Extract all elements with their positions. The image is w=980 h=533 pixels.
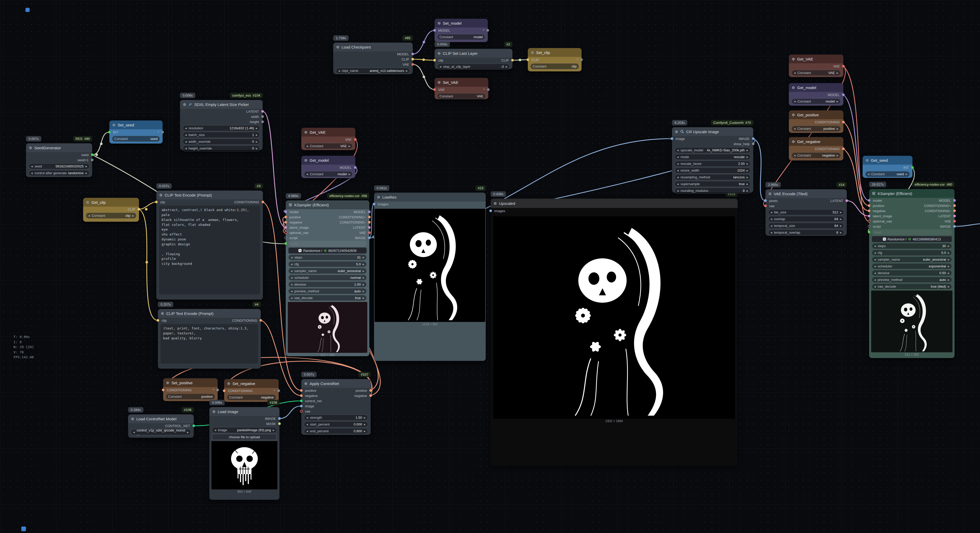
control-net-input-port[interactable] bbox=[300, 400, 302, 402]
star-output-port[interactable] bbox=[487, 88, 490, 91]
node-header[interactable]: Get_clip bbox=[83, 198, 139, 207]
star-output-port[interactable] bbox=[161, 131, 164, 133]
resampling-method-widget[interactable]: resampling_methodlanczos bbox=[675, 174, 751, 180]
collapse-icon[interactable] bbox=[304, 131, 307, 134]
conditioning-output-port[interactable] bbox=[842, 121, 845, 123]
constant-widget[interactable]: Constantnegative bbox=[227, 394, 276, 400]
node-header[interactable]: Get_VAE bbox=[301, 128, 355, 136]
node-set-seed[interactable]: Set_seed INT* Constantseed bbox=[109, 121, 162, 144]
negative-input-port[interactable] bbox=[285, 221, 287, 224]
star-output-port[interactable] bbox=[277, 389, 280, 392]
seed-widget[interactable]: seed bbox=[288, 241, 367, 247]
constant-widget[interactable]: Constantclip bbox=[530, 63, 579, 69]
node-get-seed[interactable]: Get_seed INT Constantseed bbox=[862, 156, 912, 178]
model-output-port[interactable] bbox=[368, 211, 371, 213]
image-output-port[interactable] bbox=[752, 137, 754, 140]
tile-size-widget[interactable]: tile_size512 bbox=[768, 209, 844, 215]
randomize-button[interactable]: Randomize /♻882671240542608 bbox=[288, 247, 367, 254]
vae-output-port[interactable] bbox=[368, 231, 371, 234]
clip-output-port[interactable] bbox=[138, 208, 140, 211]
node-header[interactable]: Get_model bbox=[301, 156, 355, 165]
node-header[interactable]: VAE Encode (Tiled) bbox=[765, 189, 847, 198]
node-load-controlnet[interactable]: 0.284s #106 Load ControlNet Model CONTRO… bbox=[128, 414, 194, 438]
resolution-widget[interactable]: resolution1216x832 (1.46) bbox=[183, 125, 260, 131]
constant-widget[interactable]: Constantmodel bbox=[304, 171, 353, 177]
constant-widget[interactable]: Constantmodel bbox=[437, 34, 485, 40]
collapse-icon[interactable] bbox=[377, 196, 380, 198]
conditioning-output-port[interactable] bbox=[842, 148, 845, 150]
collapse-icon[interactable] bbox=[166, 381, 169, 384]
collapse-icon[interactable] bbox=[792, 58, 795, 60]
seed-input-port[interactable] bbox=[868, 231, 870, 233]
node-cr-upscale-image[interactable]: 6.203s Comfyroll_CustomN#70 CR Upscale I… bbox=[672, 127, 753, 193]
node-header[interactable]: Get_negative bbox=[789, 137, 843, 146]
conditioning-plus-output-port[interactable] bbox=[368, 216, 371, 218]
collapse-icon[interactable] bbox=[183, 103, 186, 106]
constant-widget[interactable]: Constantmodel bbox=[791, 98, 841, 105]
node-seed-generator[interactable]: 0.007s RES#90 SeedGenerator seed seed+1 … bbox=[26, 143, 92, 177]
choose-file-button[interactable]: choose file to upload bbox=[212, 434, 277, 440]
preview-method-widget[interactable]: preview_methodauto bbox=[288, 288, 367, 294]
clip-output-port[interactable] bbox=[511, 59, 514, 62]
vae-output-port[interactable] bbox=[354, 138, 356, 141]
node-sdxl-latent-size-picker[interactable]: 0.006s comfyui_ess#104 SDXL Empty Latent… bbox=[180, 100, 262, 150]
node-header[interactable]: KSampler (Efficient) bbox=[286, 200, 369, 209]
node-get-vae-mid[interactable]: Get_VAE VAE ConstantVAE bbox=[301, 128, 355, 150]
collapse-icon[interactable] bbox=[86, 201, 89, 204]
node-set-model[interactable]: Set_model MODEL* Constantmodel bbox=[434, 19, 488, 42]
node-set-clip[interactable]: Set_clip CLIP* Constantclip bbox=[528, 48, 582, 71]
node-clip-text-encode-positive[interactable]: 0.037s #3 CLIP Text Encode (Prompt) clip… bbox=[156, 190, 263, 300]
node-header[interactable]: SeedGenerator bbox=[26, 143, 92, 152]
conditioning-minus-output-port[interactable] bbox=[953, 209, 956, 212]
collapse-icon[interactable] bbox=[438, 22, 441, 25]
constant-widget[interactable]: ConstantVAE bbox=[791, 70, 841, 76]
conditioning-input-port[interactable] bbox=[162, 389, 164, 391]
mode-widget[interactable]: moderescale bbox=[675, 154, 751, 160]
height-output-port[interactable] bbox=[261, 121, 264, 123]
collapse-icon[interactable] bbox=[494, 202, 496, 205]
constant-widget[interactable]: Constantnegative bbox=[791, 152, 841, 159]
prompt-textarea[interactable]: abstract, contrast,( black and white:1.2… bbox=[159, 206, 260, 294]
width-output-port[interactable] bbox=[261, 115, 264, 118]
model-input-port[interactable] bbox=[285, 211, 287, 213]
collapse-icon[interactable] bbox=[792, 113, 795, 116]
negative-output-port[interactable] bbox=[369, 394, 372, 397]
node-header[interactable]: LowRes bbox=[374, 193, 486, 201]
clip-input-port[interactable] bbox=[155, 201, 158, 203]
latent-output-port[interactable] bbox=[953, 215, 956, 217]
node-set-vae[interactable]: Set_VAE VAE* ConstantVAE bbox=[434, 78, 488, 99]
corner-menu-icon[interactable] bbox=[21, 527, 26, 531]
collapse-icon[interactable] bbox=[161, 312, 164, 315]
sampler-name-widget[interactable]: sampler_nameeuler_ancestral bbox=[872, 257, 952, 262]
int-input-port[interactable] bbox=[108, 131, 111, 133]
conditioning-plus-output-port[interactable] bbox=[953, 204, 956, 207]
vae-input-port[interactable] bbox=[764, 205, 767, 207]
constant-widget[interactable]: ConstantVAE bbox=[304, 143, 353, 149]
node-clip-text-encode-negative[interactable]: 0.207s #4 CLIP Text Encode (Prompt) clip… bbox=[158, 309, 261, 369]
node-header[interactable]: Load ControlNet Model bbox=[128, 414, 194, 423]
images-input-port[interactable] bbox=[373, 203, 375, 205]
collapse-icon[interactable] bbox=[675, 130, 678, 133]
negative-input-port[interactable] bbox=[868, 209, 870, 212]
vae-output-port[interactable] bbox=[842, 65, 845, 68]
clip-output-port[interactable] bbox=[411, 58, 414, 60]
resize-width-widget[interactable]: resize_width1024 bbox=[675, 167, 751, 173]
scheduler-widget[interactable]: schedulernormal bbox=[288, 275, 367, 281]
image-output-port[interactable] bbox=[368, 236, 371, 239]
node-header[interactable]: Load Image bbox=[209, 407, 280, 416]
latent-output-port[interactable] bbox=[368, 226, 371, 229]
preview-method-widget[interactable]: preview_methodauto bbox=[872, 277, 952, 283]
node-ksampler-lowres[interactable]: 8.969s efficiency-nodes-cor#58 KSampler … bbox=[286, 200, 369, 356]
node-header[interactable]: Set_model bbox=[434, 19, 488, 27]
latent-output-port[interactable] bbox=[845, 199, 848, 202]
temporal-size-widget[interactable]: temporal_size64 bbox=[768, 223, 844, 229]
vae-decode-widget[interactable]: vae_decodetrue bbox=[288, 295, 367, 301]
seed-input-port[interactable] bbox=[285, 242, 287, 245]
node-vae-encode-tiled[interactable]: 2.955s #14 VAE Encode (Tiled) pixelsLATE… bbox=[765, 189, 847, 236]
collapse-icon[interactable] bbox=[289, 203, 292, 206]
optional-vae-input-port[interactable] bbox=[285, 231, 287, 234]
denoise-widget[interactable]: denoise0.50 bbox=[872, 270, 952, 276]
clip-input-port[interactable] bbox=[527, 59, 529, 61]
node-header[interactable]: Set_positive bbox=[163, 378, 218, 387]
constant-widget[interactable]: Constantpositive bbox=[166, 393, 215, 400]
